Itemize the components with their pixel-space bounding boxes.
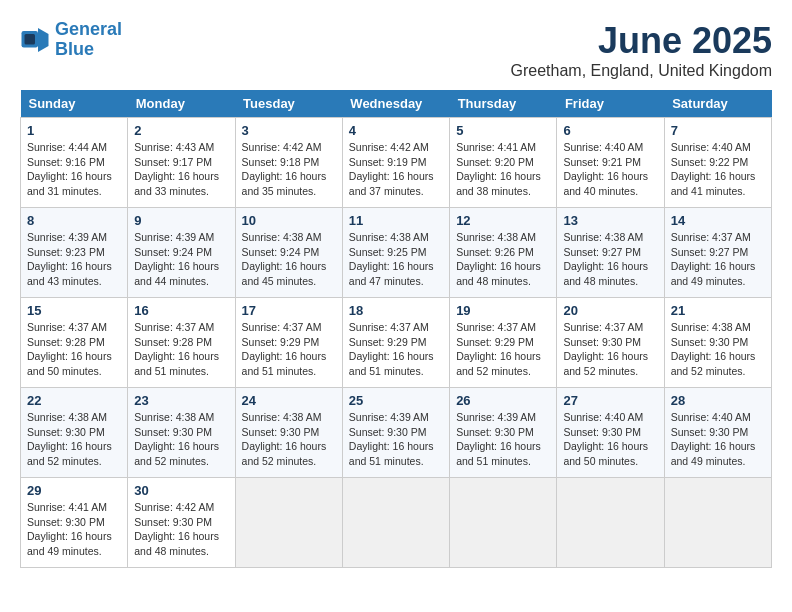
day-number: 5 — [456, 123, 550, 138]
calendar-day-cell: 22Sunrise: 4:38 AMSunset: 9:30 PMDayligh… — [21, 388, 128, 478]
day-number: 8 — [27, 213, 121, 228]
weekday-header: Saturday — [664, 90, 771, 118]
calendar-day-cell: 27Sunrise: 4:40 AMSunset: 9:30 PMDayligh… — [557, 388, 664, 478]
day-info: Sunrise: 4:38 AMSunset: 9:26 PMDaylight:… — [456, 230, 550, 289]
day-number: 26 — [456, 393, 550, 408]
day-info: Sunrise: 4:40 AMSunset: 9:30 PMDaylight:… — [563, 410, 657, 469]
calendar-day-cell: 5Sunrise: 4:41 AMSunset: 9:20 PMDaylight… — [450, 118, 557, 208]
day-info: Sunrise: 4:40 AMSunset: 9:21 PMDaylight:… — [563, 140, 657, 199]
calendar-day-cell — [342, 478, 449, 568]
calendar-day-cell — [235, 478, 342, 568]
calendar-day-cell: 12Sunrise: 4:38 AMSunset: 9:26 PMDayligh… — [450, 208, 557, 298]
weekday-header: Friday — [557, 90, 664, 118]
weekday-header: Thursday — [450, 90, 557, 118]
calendar-day-cell: 15Sunrise: 4:37 AMSunset: 9:28 PMDayligh… — [21, 298, 128, 388]
calendar-day-cell: 28Sunrise: 4:40 AMSunset: 9:30 PMDayligh… — [664, 388, 771, 478]
day-info: Sunrise: 4:39 AMSunset: 9:30 PMDaylight:… — [349, 410, 443, 469]
day-number: 25 — [349, 393, 443, 408]
calendar-day-cell: 10Sunrise: 4:38 AMSunset: 9:24 PMDayligh… — [235, 208, 342, 298]
calendar-day-cell: 13Sunrise: 4:38 AMSunset: 9:27 PMDayligh… — [557, 208, 664, 298]
day-info: Sunrise: 4:38 AMSunset: 9:30 PMDaylight:… — [27, 410, 121, 469]
calendar-day-cell: 11Sunrise: 4:38 AMSunset: 9:25 PMDayligh… — [342, 208, 449, 298]
day-number: 12 — [456, 213, 550, 228]
day-number: 14 — [671, 213, 765, 228]
day-info: Sunrise: 4:38 AMSunset: 9:30 PMDaylight:… — [671, 320, 765, 379]
calendar-day-cell: 25Sunrise: 4:39 AMSunset: 9:30 PMDayligh… — [342, 388, 449, 478]
calendar-day-cell: 7Sunrise: 4:40 AMSunset: 9:22 PMDaylight… — [664, 118, 771, 208]
day-info: Sunrise: 4:38 AMSunset: 9:30 PMDaylight:… — [134, 410, 228, 469]
day-info: Sunrise: 4:37 AMSunset: 9:29 PMDaylight:… — [349, 320, 443, 379]
day-info: Sunrise: 4:44 AMSunset: 9:16 PMDaylight:… — [27, 140, 121, 199]
calendar-week-row: 15Sunrise: 4:37 AMSunset: 9:28 PMDayligh… — [21, 298, 772, 388]
calendar-day-cell: 1Sunrise: 4:44 AMSunset: 9:16 PMDaylight… — [21, 118, 128, 208]
calendar-day-cell — [450, 478, 557, 568]
calendar-day-cell: 29Sunrise: 4:41 AMSunset: 9:30 PMDayligh… — [21, 478, 128, 568]
day-number: 7 — [671, 123, 765, 138]
day-number: 19 — [456, 303, 550, 318]
calendar-week-row: 1Sunrise: 4:44 AMSunset: 9:16 PMDaylight… — [21, 118, 772, 208]
calendar-day-cell: 19Sunrise: 4:37 AMSunset: 9:29 PMDayligh… — [450, 298, 557, 388]
day-number: 17 — [242, 303, 336, 318]
day-info: Sunrise: 4:41 AMSunset: 9:20 PMDaylight:… — [456, 140, 550, 199]
weekday-header: Sunday — [21, 90, 128, 118]
day-info: Sunrise: 4:37 AMSunset: 9:28 PMDaylight:… — [27, 320, 121, 379]
day-info: Sunrise: 4:41 AMSunset: 9:30 PMDaylight:… — [27, 500, 121, 559]
calendar-table: SundayMondayTuesdayWednesdayThursdayFrid… — [20, 90, 772, 568]
day-number: 24 — [242, 393, 336, 408]
day-number: 3 — [242, 123, 336, 138]
day-number: 11 — [349, 213, 443, 228]
day-info: Sunrise: 4:37 AMSunset: 9:30 PMDaylight:… — [563, 320, 657, 379]
calendar-day-cell: 20Sunrise: 4:37 AMSunset: 9:30 PMDayligh… — [557, 298, 664, 388]
calendar-day-cell: 16Sunrise: 4:37 AMSunset: 9:28 PMDayligh… — [128, 298, 235, 388]
day-number: 30 — [134, 483, 228, 498]
day-number: 20 — [563, 303, 657, 318]
day-info: Sunrise: 4:38 AMSunset: 9:25 PMDaylight:… — [349, 230, 443, 289]
day-info: Sunrise: 4:40 AMSunset: 9:22 PMDaylight:… — [671, 140, 765, 199]
calendar-week-row: 8Sunrise: 4:39 AMSunset: 9:23 PMDaylight… — [21, 208, 772, 298]
calendar-day-cell: 2Sunrise: 4:43 AMSunset: 9:17 PMDaylight… — [128, 118, 235, 208]
logo-line1: General — [55, 20, 122, 40]
calendar-day-cell: 9Sunrise: 4:39 AMSunset: 9:24 PMDaylight… — [128, 208, 235, 298]
calendar-day-cell — [557, 478, 664, 568]
day-info: Sunrise: 4:39 AMSunset: 9:30 PMDaylight:… — [456, 410, 550, 469]
calendar-day-cell: 23Sunrise: 4:38 AMSunset: 9:30 PMDayligh… — [128, 388, 235, 478]
day-number: 18 — [349, 303, 443, 318]
weekday-header-row: SundayMondayTuesdayWednesdayThursdayFrid… — [21, 90, 772, 118]
title-block: June 2025 Greetham, England, United King… — [511, 20, 772, 80]
svg-marker-2 — [38, 28, 49, 52]
day-number: 22 — [27, 393, 121, 408]
day-number: 29 — [27, 483, 121, 498]
logo-icon — [20, 25, 50, 55]
calendar-week-row: 29Sunrise: 4:41 AMSunset: 9:30 PMDayligh… — [21, 478, 772, 568]
day-number: 1 — [27, 123, 121, 138]
day-number: 13 — [563, 213, 657, 228]
calendar-day-cell: 30Sunrise: 4:42 AMSunset: 9:30 PMDayligh… — [128, 478, 235, 568]
calendar-day-cell: 21Sunrise: 4:38 AMSunset: 9:30 PMDayligh… — [664, 298, 771, 388]
logo: General Blue — [20, 20, 122, 60]
weekday-header: Monday — [128, 90, 235, 118]
day-number: 21 — [671, 303, 765, 318]
calendar-day-cell: 26Sunrise: 4:39 AMSunset: 9:30 PMDayligh… — [450, 388, 557, 478]
calendar-day-cell — [664, 478, 771, 568]
calendar-day-cell: 8Sunrise: 4:39 AMSunset: 9:23 PMDaylight… — [21, 208, 128, 298]
logo-line2: Blue — [55, 40, 122, 60]
day-info: Sunrise: 4:39 AMSunset: 9:24 PMDaylight:… — [134, 230, 228, 289]
day-info: Sunrise: 4:37 AMSunset: 9:29 PMDaylight:… — [242, 320, 336, 379]
day-info: Sunrise: 4:37 AMSunset: 9:29 PMDaylight:… — [456, 320, 550, 379]
weekday-header: Wednesday — [342, 90, 449, 118]
day-number: 16 — [134, 303, 228, 318]
calendar-week-row: 22Sunrise: 4:38 AMSunset: 9:30 PMDayligh… — [21, 388, 772, 478]
day-info: Sunrise: 4:38 AMSunset: 9:27 PMDaylight:… — [563, 230, 657, 289]
day-info: Sunrise: 4:38 AMSunset: 9:24 PMDaylight:… — [242, 230, 336, 289]
day-info: Sunrise: 4:42 AMSunset: 9:30 PMDaylight:… — [134, 500, 228, 559]
day-number: 2 — [134, 123, 228, 138]
day-info: Sunrise: 4:39 AMSunset: 9:23 PMDaylight:… — [27, 230, 121, 289]
day-number: 4 — [349, 123, 443, 138]
calendar-day-cell: 17Sunrise: 4:37 AMSunset: 9:29 PMDayligh… — [235, 298, 342, 388]
logo-text: General Blue — [55, 20, 122, 60]
calendar-day-cell: 24Sunrise: 4:38 AMSunset: 9:30 PMDayligh… — [235, 388, 342, 478]
page-header: General Blue June 2025 Greetham, England… — [20, 20, 772, 80]
day-info: Sunrise: 4:37 AMSunset: 9:28 PMDaylight:… — [134, 320, 228, 379]
day-number: 6 — [563, 123, 657, 138]
day-number: 9 — [134, 213, 228, 228]
